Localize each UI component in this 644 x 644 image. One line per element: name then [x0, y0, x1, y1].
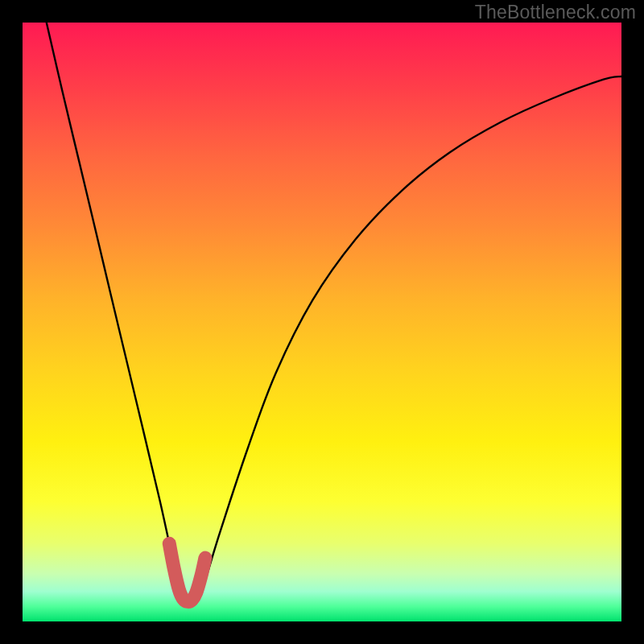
curve-svg — [23, 23, 621, 621]
highlight-valley — [169, 543, 205, 601]
chart-frame: TheBottleneck.com — [0, 0, 644, 644]
plot-area — [23, 23, 621, 621]
watermark-text: TheBottleneck.com — [475, 2, 636, 23]
bottleneck-curve — [47, 23, 621, 603]
